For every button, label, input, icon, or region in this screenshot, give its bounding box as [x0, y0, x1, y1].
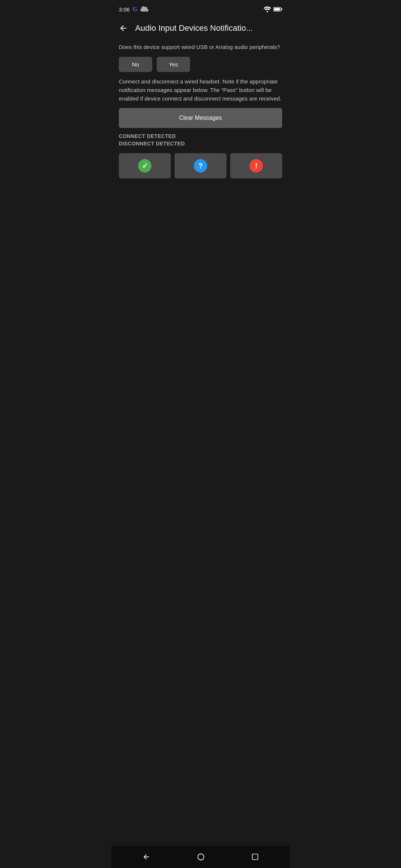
fail-button[interactable]: !: [230, 153, 282, 178]
back-button[interactable]: [117, 22, 129, 34]
action-buttons-row: ✓ ? !: [119, 153, 282, 178]
wifi-icon: [264, 6, 271, 12]
info-button[interactable]: ?: [175, 153, 226, 178]
battery-icon: [273, 7, 282, 12]
page-title: Audio Input Devices Notificatio...: [135, 23, 282, 33]
clear-messages-button[interactable]: Clear Messages: [119, 108, 282, 128]
instruction-text: Connect and disconnect a wired headset. …: [119, 77, 282, 103]
nav-home-button[interactable]: [194, 850, 208, 864]
spacer: [111, 516, 290, 846]
pass-icon: ✓: [138, 159, 151, 172]
yes-button[interactable]: Yes: [157, 57, 190, 72]
cloud-icon: [140, 6, 149, 13]
bottom-nav: [111, 846, 290, 868]
status-bar-right: [264, 6, 282, 12]
svg-point-0: [267, 11, 268, 12]
svg-point-4: [198, 854, 204, 860]
info-icon: ?: [194, 159, 207, 172]
google-icon: G: [133, 6, 137, 13]
disconnect-detected-message: DISCONNECT DETECTED: [119, 141, 282, 147]
connect-detected-message: CONNECT DETECTED: [119, 133, 282, 139]
fail-icon: !: [250, 159, 263, 172]
messages-area: CONNECT DETECTED DISCONNECT DETECTED: [119, 133, 282, 147]
svg-rect-3: [274, 8, 280, 11]
svg-rect-2: [281, 8, 282, 10]
choice-button-row: No Yes: [119, 57, 282, 72]
pass-button[interactable]: ✓: [119, 153, 171, 178]
no-button[interactable]: No: [119, 57, 152, 72]
status-bar-left: 3:06 G: [119, 6, 149, 13]
nav-recent-button[interactable]: [248, 850, 262, 864]
page-header: Audio Input Devices Notificatio...: [111, 18, 290, 40]
svg-rect-5: [252, 854, 258, 860]
status-bar: 3:06 G: [111, 0, 290, 18]
question-text: Does this device support wired USB or An…: [119, 43, 282, 52]
status-time: 3:06: [119, 6, 130, 13]
main-content: Does this device support wired USB or An…: [111, 40, 290, 516]
nav-back-button[interactable]: [139, 850, 153, 864]
